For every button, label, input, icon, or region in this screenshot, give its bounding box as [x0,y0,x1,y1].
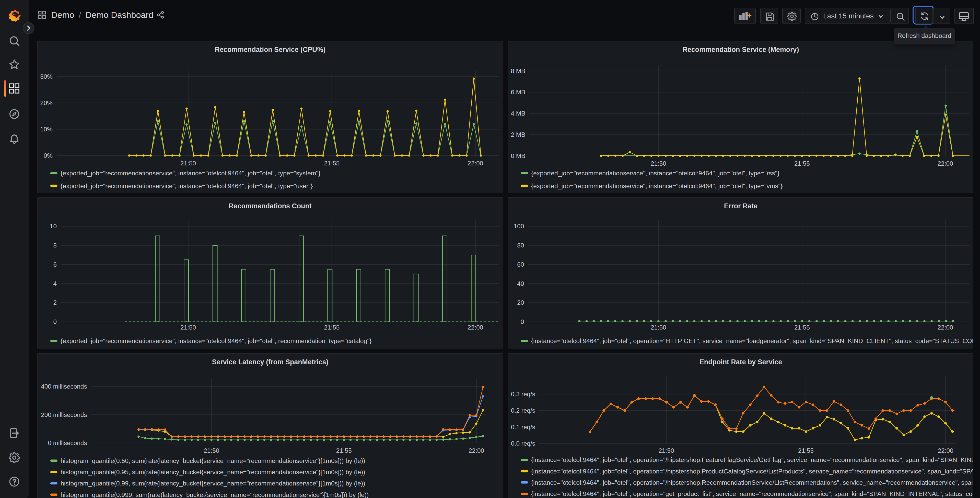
svg-text:4 MB: 4 MB [511,110,525,117]
svg-text:{exported_job="recommendations: {exported_job="recommendationservice", i… [531,182,782,190]
svg-text:200 milliseconds: 200 milliseconds [41,411,87,418]
svg-text:21:55: 21:55 [794,160,810,167]
svg-text:22:00: 22:00 [938,447,953,454]
svg-text:22:00: 22:00 [468,324,484,330]
svg-text:0: 0 [53,318,57,325]
svg-text:0.3 req/s: 0.3 req/s [511,391,535,397]
svg-text:6 MB: 6 MB [511,89,525,96]
svg-text:Recommendation Service (CPU%): Recommendation Service (CPU%) [215,46,326,53]
svg-text:0%: 0% [44,152,52,159]
svg-text:21:50: 21:50 [181,160,196,167]
svg-text:10%: 10% [40,126,53,132]
svg-text:21:55: 21:55 [324,160,340,167]
svg-text:22:00: 22:00 [469,447,484,454]
svg-text:0 milliseconds: 0 milliseconds [48,439,87,446]
svg-text:histogram_quantile(0.95, sum(r: histogram_quantile(0.95, sum(rate(latenc… [61,469,366,476]
svg-text:{instance="otelcol:9464", job=: {instance="otelcol:9464", job="otel", op… [531,337,974,344]
svg-text:0 MB: 0 MB [511,152,525,159]
svg-text:400 milliseconds: 400 milliseconds [41,383,87,390]
svg-text:21:55: 21:55 [336,447,352,454]
svg-text:21:50: 21:50 [651,324,666,330]
svg-text:21:55: 21:55 [794,324,810,330]
svg-text:0.1 req/s: 0.1 req/s [511,424,535,431]
svg-text:Service Latency (from SpanMetr: Service Latency (from SpanMetrics) [212,358,329,366]
svg-text:histogram_quantile(0.999, sum(: histogram_quantile(0.999, sum(rate(laten… [61,492,369,498]
svg-text:10: 10 [50,222,57,229]
svg-text:{instance="otelcol:9464", job=: {instance="otelcol:9464", job="otel", op… [531,456,974,463]
svg-text:21:50: 21:50 [204,447,220,454]
svg-text:{instance="otelcol:9464", job=: {instance="otelcol:9464", job="otel", op… [531,490,974,497]
svg-text:{exported_job="recommendations: {exported_job="recommendationservice", i… [61,182,313,190]
svg-text:Recommendations Count: Recommendations Count [229,202,312,210]
svg-text:0.2 req/s: 0.2 req/s [511,407,535,414]
svg-text:4: 4 [53,280,57,287]
svg-text:{instance="otelcol:9464", job=: {instance="otelcol:9464", job="otel", op… [531,479,974,486]
svg-text:2 MB: 2 MB [511,131,525,138]
svg-text:8: 8 [53,242,57,249]
svg-text:2: 2 [53,299,57,306]
svg-text:Endpoint Rate by Service: Endpoint Rate by Service [699,358,782,366]
svg-text:21:55: 21:55 [798,447,813,454]
svg-text:histogram_quantile(0.50, sum(r: histogram_quantile(0.50, sum(rate(latenc… [61,457,366,464]
svg-text:22:00: 22:00 [468,160,484,167]
svg-text:0.0 req/s: 0.0 req/s [511,440,535,447]
svg-text:40: 40 [517,280,524,287]
svg-text:histogram_quantile(0.99, sum(r: histogram_quantile(0.99, sum(rate(latenc… [61,480,366,487]
svg-text:{exported_job="recommendations: {exported_job="recommendationservice", i… [531,170,779,177]
svg-text:0: 0 [520,318,524,325]
svg-text:{instance="otelcol:9464", job=: {instance="otelcol:9464", job="otel", op… [531,468,974,475]
svg-text:6: 6 [53,261,57,268]
svg-text:80: 80 [517,242,524,249]
svg-text:21:50: 21:50 [651,160,666,167]
svg-text:30%: 30% [40,73,53,80]
svg-text:Error Rate: Error Rate [724,202,757,210]
svg-text:{exported_job="recommendations: {exported_job="recommendationservice", i… [61,337,372,344]
svg-text:20%: 20% [40,99,53,106]
svg-text:20: 20 [517,299,524,306]
svg-text:22:00: 22:00 [937,324,953,330]
svg-text:60: 60 [517,261,524,268]
svg-text:21:55: 21:55 [324,324,340,330]
svg-text:21:50: 21:50 [659,447,674,454]
svg-text:22:00: 22:00 [937,160,953,167]
svg-text:100: 100 [514,222,524,229]
svg-text:Recommendation Service (Memory: Recommendation Service (Memory) [682,46,799,53]
svg-text:21:50: 21:50 [181,324,196,330]
svg-text:{exported_job="recommendations: {exported_job="recommendationservice", i… [61,170,321,177]
svg-text:8 MB: 8 MB [511,67,525,74]
